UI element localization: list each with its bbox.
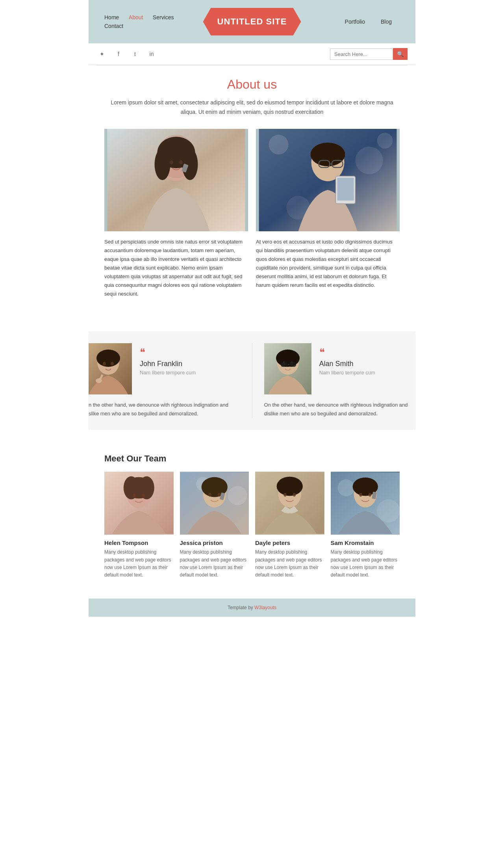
svg-point-61 (359, 493, 362, 497)
testimonial-2-top: ❝ Alan Smith Nam libero tempore cum (264, 343, 416, 394)
nav-home[interactable]: Home (104, 14, 119, 20)
social-linkedin-icon[interactable]: in (146, 48, 157, 59)
testimonial-1-info: ❝ John Franklin Nam libero tempore cum (140, 343, 196, 376)
about-col-right: At vero eos et accusamus et iusto odio d… (256, 129, 400, 299)
team-photo-3 (255, 472, 324, 535)
about-col-left: Sed ut perspiciatis unde omnis iste natu… (104, 129, 248, 299)
team-member-3-name: Dayle peters (255, 539, 324, 546)
svg-point-57 (337, 480, 354, 496)
social-twitter-icon[interactable]: t (130, 48, 141, 59)
svg-point-26 (111, 362, 114, 366)
svg-point-58 (377, 500, 400, 523)
svg-point-45 (228, 486, 247, 506)
team-member-1-desc: Many desktop publishing packages and web… (104, 548, 174, 579)
social-bar: ✦ f t in 🔍 (89, 43, 415, 65)
testimonials-section: ❝ John Franklin Nam libero tempore cum O… (89, 331, 415, 430)
testimonial-2: ❝ Alan Smith Nam libero tempore cum On t… (264, 343, 416, 418)
search-button[interactable]: 🔍 (393, 48, 408, 60)
team-member-2-desc: Many desktop publishing packages and web… (180, 548, 249, 579)
testimonial-2-subtitle: Nam libero tempore cum (319, 370, 375, 376)
team-member-3: Dayle peters Many desktop publishing pac… (255, 472, 324, 579)
testimonial-2-text: On the other hand, we denounce with righ… (264, 401, 416, 418)
svg-point-42 (142, 494, 145, 498)
svg-point-41 (133, 494, 136, 498)
testimonial-1: ❝ John Franklin Nam libero tempore cum O… (89, 343, 240, 418)
team-member-2: Jessica priston Many desktop publishing … (180, 472, 249, 579)
nav-portfolio[interactable]: Portfolio (345, 19, 365, 25)
svg-point-55 (293, 493, 296, 497)
nav-left: Home About Services Contact (104, 14, 182, 30)
team-title: Meet Our Team (104, 454, 400, 464)
logo-container: UNTITLED SITE (203, 8, 301, 35)
svg-point-7 (170, 160, 173, 164)
header: Home About Services Contact UNTITLED SIT… (89, 0, 415, 43)
svg-point-16 (311, 143, 345, 166)
team-member-1-name: Helen Tompson (104, 539, 174, 546)
svg-point-25 (103, 362, 106, 366)
quote-icon-1: ❝ (140, 347, 196, 357)
footer-text: Template by W3layouts (228, 605, 276, 610)
about-left-text: Sed ut perspiciatis unde omnis iste natu… (104, 238, 248, 299)
testimonial-1-name: John Franklin (140, 360, 196, 368)
main-content: About us Lorem ipsum dolor sit amet, con… (89, 65, 415, 320)
about-image-left (104, 129, 248, 231)
svg-point-8 (180, 160, 183, 164)
about-image-right (256, 129, 400, 231)
testimonial-1-subtitle: Nam libero tempore cum (140, 370, 196, 376)
svg-point-5 (155, 149, 170, 180)
team-grid: Helen Tompson Many desktop publishing pa… (104, 472, 400, 579)
svg-rect-21 (337, 178, 354, 201)
team-member-3-desc: Many desktop publishing packages and web… (255, 548, 324, 579)
testimonial-divider (252, 343, 252, 418)
team-photo-4 (331, 472, 400, 535)
search-bar: 🔍 (330, 48, 408, 60)
about-images: Sed ut perspiciatis unde omnis iste natu… (104, 129, 400, 299)
team-photo-2 (180, 472, 249, 535)
team-member-4: Sam Kromstain Many desktop publishing pa… (331, 472, 400, 579)
svg-point-48 (208, 493, 211, 497)
about-subtitle: Lorem ipsum dolor sit amet, consectetur … (104, 98, 400, 117)
testimonial-1-text: On the other hand, we denounce with righ… (89, 401, 240, 418)
svg-point-62 (368, 493, 371, 497)
testimonial-2-name: Alan Smith (319, 360, 375, 368)
team-member-2-name: Jessica priston (180, 539, 249, 546)
team-photo-1 (104, 472, 174, 535)
svg-point-12 (356, 147, 383, 174)
team-member-1: Helen Tompson Many desktop publishing pa… (104, 472, 174, 579)
social-rss-icon[interactable]: ✦ (96, 48, 107, 59)
footer-link[interactable]: W3layouts (254, 605, 276, 610)
about-title: About us (104, 77, 400, 92)
svg-point-11 (269, 135, 289, 154)
nav-contact[interactable]: Contact (104, 23, 123, 29)
site-logo[interactable]: UNTITLED SITE (203, 8, 301, 35)
search-input[interactable] (330, 48, 393, 60)
nav-blog[interactable]: Blog (381, 19, 392, 25)
team-member-4-name: Sam Kromstain (331, 539, 400, 546)
svg-point-27 (96, 378, 102, 383)
footer: Template by W3layouts (89, 599, 415, 617)
svg-point-40 (139, 476, 154, 500)
svg-point-24 (96, 350, 120, 367)
testimonial-2-info: ❝ Alan Smith Nam libero tempore cum (319, 343, 375, 376)
svg-point-39 (124, 476, 139, 500)
testimonial-1-photo (89, 343, 132, 394)
svg-point-13 (377, 133, 393, 149)
about-right-text: At vero eos et accusamus et iusto odio d… (256, 238, 400, 290)
team-section: Meet Our Team Helen (89, 442, 415, 591)
svg-point-54 (284, 493, 287, 497)
social-facebook-icon[interactable]: f (113, 48, 124, 59)
svg-rect-33 (281, 362, 288, 367)
social-icons: ✦ f t in (96, 48, 157, 59)
team-member-4-desc: Many desktop publishing packages and web… (331, 548, 400, 579)
svg-point-53 (277, 477, 303, 496)
svg-rect-34 (289, 362, 296, 367)
testimonial-1-top: ❝ John Franklin Nam libero tempore cum (89, 343, 240, 394)
nav-services[interactable]: Services (153, 14, 174, 20)
svg-point-49 (217, 493, 220, 497)
nav-about[interactable]: About (129, 14, 143, 20)
quote-icon-2: ❝ (319, 347, 375, 357)
nav-right: Portfolio Blog (345, 19, 400, 25)
testimonial-2-photo (264, 343, 311, 394)
